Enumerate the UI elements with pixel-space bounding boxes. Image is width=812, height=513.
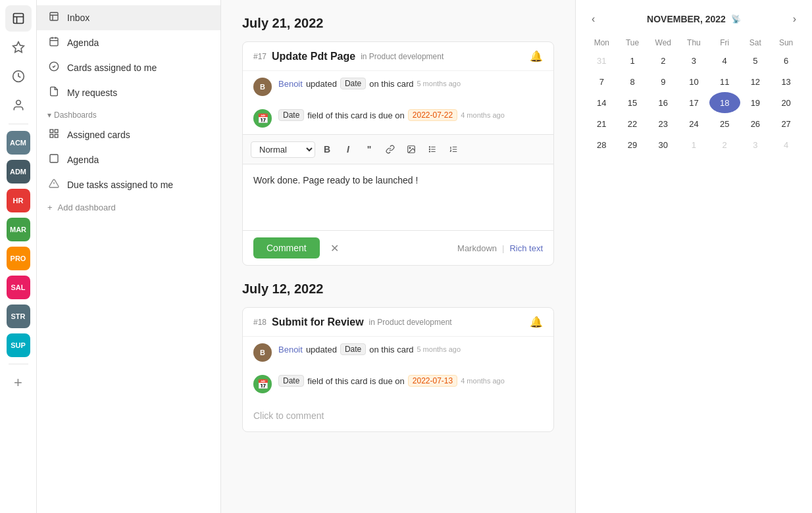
calendar-day-1-5[interactable]: 12 (740, 71, 771, 92)
calendar-day-1-2[interactable]: 9 (647, 71, 678, 92)
calendar-day-3-5[interactable]: 26 (740, 113, 771, 134)
markdown-option[interactable]: Markdown (457, 243, 497, 253)
avatar-benoit-2: B (253, 343, 272, 362)
ordered-list-button[interactable] (444, 140, 463, 159)
nav-item-requests-label: My requests (67, 87, 117, 98)
click-to-comment[interactable]: Click to comment (243, 400, 553, 431)
calendar-day-4-5[interactable]: 3 (740, 134, 771, 155)
calendar-day-2-2[interactable]: 16 (647, 92, 678, 113)
comment-submit-button[interactable]: Comment (253, 237, 320, 258)
format-select[interactable]: Normal Heading 1 Heading 2 (251, 141, 315, 158)
activity-text-1: Benoit updated Date on this card 5 month… (278, 78, 461, 89)
calendar-day-2-5[interactable]: 19 (740, 92, 771, 113)
italic-button[interactable]: I (339, 140, 357, 159)
nav-item-assigned-cards[interactable]: Assigned cards (37, 122, 220, 147)
user-benoit[interactable]: Benoit (278, 79, 303, 89)
calendar-day-2-1[interactable]: 15 (617, 92, 648, 113)
calendar-day-1-4[interactable]: 11 (709, 71, 740, 92)
calendar-day-0-0[interactable]: 31 (586, 50, 617, 71)
calendar-day-0-6[interactable]: 6 (771, 50, 801, 71)
calendar-day-0-5[interactable]: 5 (740, 50, 771, 71)
adm-workspace[interactable]: ADM (7, 160, 30, 183)
mar-workspace[interactable]: MAR (7, 218, 30, 241)
calendar-day-0-3[interactable]: 3 (678, 50, 709, 71)
calendar-day-0-1[interactable]: 1 (617, 50, 648, 71)
nav-item-agenda[interactable]: Agenda (37, 30, 220, 55)
calendar-day-1-3[interactable]: 10 (678, 71, 709, 92)
nav-item-agenda-dash[interactable]: Agenda (37, 147, 220, 172)
add-workspace-button[interactable]: + (5, 370, 32, 396)
col-tue: Tue (617, 36, 648, 50)
rich-text-option[interactable]: Rich text (509, 243, 543, 253)
nav-item-inbox[interactable]: Inbox (37, 5, 220, 30)
agenda-icon (47, 36, 61, 49)
comment-textarea[interactable]: Work done. Page ready to be launched ! (243, 164, 553, 230)
col-thu: Thu (678, 36, 709, 50)
calendar-day-4-6[interactable]: 4 (771, 134, 801, 155)
calendar-day-2-0[interactable]: 14 (586, 92, 617, 113)
pro-workspace[interactable]: PRO (7, 247, 30, 270)
link-button[interactable] (381, 140, 399, 159)
svg-rect-12 (50, 134, 53, 137)
nav-item-cards-label: Cards assigned to me (67, 62, 157, 73)
card-17-title[interactable]: Update Pdt Page (272, 51, 355, 62)
user-benoit-2[interactable]: Benoit (278, 345, 303, 354)
calendar-day-4-4[interactable]: 2 (709, 134, 740, 155)
calendar-day-3-0[interactable]: 21 (586, 113, 617, 134)
calendar-day-1-0[interactable]: 7 (586, 71, 617, 92)
grid-icon (47, 128, 61, 141)
nav-item-my-requests[interactable]: My requests (37, 80, 220, 105)
calendar-day-3-6[interactable]: 27 (771, 113, 801, 134)
bell-icon[interactable]: 🔔 (530, 50, 543, 62)
calendar-day-2-3[interactable]: 17 (678, 92, 709, 113)
calendar-day-3-4[interactable]: 25 (709, 113, 740, 134)
sup-workspace[interactable]: SUP (7, 333, 30, 357)
bold-button[interactable]: B (318, 140, 336, 159)
calendar-day-0-4[interactable]: 4 (709, 50, 740, 71)
comment-cancel-button[interactable]: ✕ (330, 242, 339, 255)
nav-item-inbox-label: Inbox (67, 12, 89, 23)
calendar-day-1-1[interactable]: 8 (617, 71, 648, 92)
add-dashboard-button[interactable]: + Add dashboard (37, 197, 220, 218)
acm-workspace[interactable]: ACM (7, 131, 30, 155)
calendar-day-4-3[interactable]: 1 (678, 134, 709, 155)
nav-item-due-tasks[interactable]: Due tasks assigned to me (37, 172, 220, 197)
svg-rect-5 (50, 38, 58, 46)
calendar-day-3-1[interactable]: 22 (617, 113, 648, 134)
col-sun: Sun (771, 36, 801, 50)
list-button[interactable] (423, 140, 442, 159)
nav-assigned-cards-label: Assigned cards (67, 130, 130, 140)
nav-person-icon[interactable] (5, 92, 32, 118)
calendar-day-3-3[interactable]: 24 (678, 113, 709, 134)
date-badge-2: Date (278, 109, 304, 121)
nav-star-icon[interactable] (5, 34, 32, 61)
calendar-day-2-4[interactable]: 18 (709, 92, 740, 113)
time-4: 4 months ago (461, 377, 505, 385)
card-18-number: #18 (253, 318, 266, 327)
calendar-day-2-6[interactable]: 20 (771, 92, 801, 113)
hr-workspace[interactable]: HR (7, 189, 30, 212)
calendar-next-button[interactable]: › (788, 11, 801, 28)
nav-inbox-icon[interactable] (5, 5, 32, 32)
calendar-day-0-2[interactable]: 2 (647, 50, 678, 71)
nav-item-cards-assigned[interactable]: Cards assigned to me (37, 55, 220, 80)
calendar-day-4-2[interactable]: 30 (647, 134, 678, 155)
svg-point-24 (429, 151, 430, 152)
time-1: 5 months ago (417, 80, 461, 87)
card-18-title[interactable]: Submit for Review (272, 316, 364, 328)
calendar-day-4-0[interactable]: 28 (586, 134, 617, 155)
rss-icon[interactable]: 📡 (731, 14, 741, 24)
sal-workspace[interactable]: SAL (7, 276, 30, 299)
calendar-prev-button[interactable]: ‹ (586, 11, 600, 28)
nav-clock-icon[interactable] (5, 63, 32, 89)
bell-icon-18[interactable]: 🔔 (530, 316, 543, 328)
str-workspace[interactable]: STR (7, 305, 30, 328)
format-options: Markdown | Rich text (457, 243, 543, 253)
image-button[interactable] (402, 140, 420, 159)
calendar-day-3-2[interactable]: 23 (647, 113, 678, 134)
dashboards-section-header[interactable]: ▾ Dashboards (37, 105, 220, 122)
nav-agenda-dash-label: Agenda (67, 155, 99, 165)
quote-button[interactable]: " (360, 140, 378, 159)
calendar-day-1-6[interactable]: 13 (771, 71, 801, 92)
calendar-day-4-1[interactable]: 29 (617, 134, 648, 155)
